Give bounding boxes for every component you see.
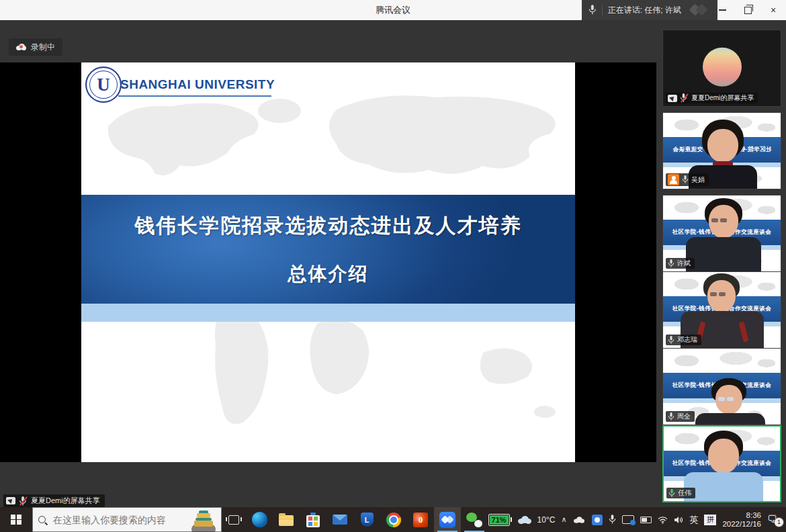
battery-tray-icon[interactable] [640, 517, 652, 523]
windows-logo-icon [11, 515, 21, 525]
mic-icon [668, 336, 674, 345]
slide-title-line2: 总体介绍 [288, 261, 369, 287]
participant-tile[interactable]: 社区学院-钱伟长学院合作交流座谈会 许斌 [662, 195, 781, 272]
participant-tile[interactable]: 社区学院-钱伟长学院合作交流座谈会 邓志瑞 [662, 271, 781, 349]
clock-time: 8:36 [746, 511, 761, 520]
minimize-button[interactable] [709, 0, 735, 20]
cloud-sync-icon[interactable] [574, 517, 584, 523]
divider [602, 5, 603, 15]
participant-name-chip: 吴娟 [666, 173, 709, 186]
participant-tile[interactable]: 社区学院-钱伟长学院合作交流座谈会 吴娟 [662, 112, 781, 189]
participant-name: 许斌 [677, 259, 691, 268]
taskbar-app-security[interactable]: L [353, 507, 380, 532]
tray-overflow-chevron-icon[interactable]: ∧ [561, 515, 566, 524]
taskbar-search-box[interactable] [32, 507, 222, 532]
tencent-meeting-icon [439, 512, 455, 528]
ime-mode-indicator[interactable]: 拼 [704, 515, 716, 525]
taskbar-app-file-explorer[interactable] [273, 507, 300, 532]
battery-percent: 71% [490, 515, 509, 525]
participant-name-chip: 许斌 [666, 258, 695, 269]
participant-tile[interactable]: 社区学院-钱伟长学院合作交流座谈会 周全 [662, 348, 781, 425]
minimize-icon [719, 9, 726, 11]
participant-tile-screen-share[interactable]: 夏夏Demi的屏幕共享 [662, 30, 781, 107]
taskbar-app-chrome[interactable] [380, 507, 407, 532]
presentation-slide: U SHANGHAI UNIVERSITY 钱伟长学院招录选拔动态进出及人才培养… [81, 62, 575, 462]
participant-name-chip: 邓志瑞 [666, 335, 701, 345]
close-button[interactable]: × [760, 0, 786, 20]
system-tray: 71% 10°C ∧ 英 拼 8:36 2022/12/16 🗨 1 [488, 507, 786, 532]
microphone-icon [588, 5, 597, 15]
start-button[interactable] [0, 507, 32, 532]
window-controls: × [709, 0, 786, 20]
temperature-label[interactable]: 10°C [537, 515, 556, 525]
office-icon: 0 [413, 513, 428, 527]
muted-mic-icon [19, 496, 28, 506]
search-highlight-temple-icon[interactable] [190, 508, 217, 531]
task-view-button[interactable] [222, 507, 246, 532]
screen-share-icon [6, 497, 15, 504]
weather-cloud-icon[interactable] [518, 516, 531, 524]
tencent-meeting-logo-icon [688, 3, 711, 17]
title-bar: 腾讯会议 正在讲话: 任伟; 许斌 × [0, 0, 786, 21]
participant-name: 吴娟 [691, 175, 705, 185]
display-cast-icon[interactable] [622, 515, 634, 524]
search-icon [38, 516, 46, 523]
emblem-monogram: U [97, 76, 110, 94]
tray-app-icon[interactable] [592, 515, 603, 525]
university-name: SHANGHAI UNIVERSITY [120, 77, 275, 92]
screen: { "window": { "title": "腾讯会议", "speaking… [0, 0, 786, 532]
taskbar-app-edge[interactable] [246, 507, 273, 532]
taskbar-app-mail[interactable] [326, 507, 353, 532]
muted-mic-icon [680, 93, 689, 103]
avatar [703, 47, 742, 86]
windows-taskbar: L 0 71% 10°C ∧ 英 拼 8:36 2022/12/16 🗨 1 [0, 507, 786, 532]
shanghai-university-emblem-icon: U [85, 66, 122, 103]
tray-microphone-icon[interactable] [609, 515, 616, 525]
action-center-button[interactable]: 🗨 1 [767, 513, 782, 527]
file-explorer-icon [279, 515, 294, 526]
taskbar-app-office[interactable]: 0 [407, 507, 434, 532]
taskbar-app-tencent-meeting[interactable] [434, 507, 461, 532]
participant-name: 周全 [677, 412, 691, 421]
screen-share-icon [668, 95, 677, 102]
recording-label: 录制中 [31, 42, 55, 53]
recording-badge[interactable]: 录制中 [9, 38, 62, 56]
participant-name: 邓志瑞 [677, 335, 697, 345]
slide-accent-strip [81, 304, 575, 322]
mic-icon [668, 259, 674, 268]
slide-title-line1: 钱伟长学院招录选拔动态进出及人才培养 [135, 212, 522, 240]
notification-count-badge: 1 [774, 517, 784, 527]
chrome-icon [386, 513, 401, 527]
participant-name-chip: 周全 [666, 411, 695, 422]
university-logo-block: U SHANGHAI UNIVERSITY [84, 66, 353, 106]
wifi-icon[interactable] [658, 516, 668, 524]
speaker-icon[interactable] [674, 516, 683, 524]
mic-active-icon [668, 489, 675, 498]
mic-icon [682, 175, 689, 184]
screen-share-label: 夏夏Demi的屏幕共享 [3, 494, 105, 507]
mail-icon [333, 515, 347, 525]
clock-date: 2022/12/16 [722, 520, 761, 529]
taskbar-app-wechat[interactable] [461, 507, 488, 532]
restore-icon [744, 7, 752, 14]
microsoft-store-icon [306, 515, 320, 527]
shared-screen-stage: U SHANGHAI UNIVERSITY 钱伟长学院招录选拔动态进出及人才培养… [0, 62, 656, 462]
wechat-icon [466, 513, 482, 527]
speaking-label: 正在讲话: 任伟; 许斌 [608, 5, 681, 16]
search-input[interactable] [52, 514, 182, 526]
ime-language-indicator[interactable]: 英 [689, 514, 698, 526]
participant-name: 夏夏Demi的屏幕共享 [691, 93, 754, 103]
screen-share-text: 夏夏Demi的屏幕共享 [31, 496, 100, 506]
task-view-icon [228, 515, 239, 525]
participant-tile-active-speaker[interactable]: 社区学院-钱伟长学院合作交流座谈会 任伟 [662, 425, 781, 502]
participant-name: 任伟 [678, 488, 691, 498]
taskbar-app-store[interactable] [300, 507, 326, 532]
restore-button[interactable] [735, 0, 760, 20]
slide-title-banner: 钱伟长学院招录选拔动态进出及人才培养 总体介绍 [81, 195, 575, 304]
speaking-indicator: 正在讲话: 任伟; 许斌 [582, 0, 717, 20]
mic-icon [668, 412, 674, 421]
battery-percent-indicator[interactable]: 71% [488, 514, 512, 526]
participant-name-chip: 任伟 [666, 488, 695, 498]
taskbar-clock[interactable]: 8:36 2022/12/16 [722, 511, 761, 529]
edge-icon [252, 512, 267, 527]
